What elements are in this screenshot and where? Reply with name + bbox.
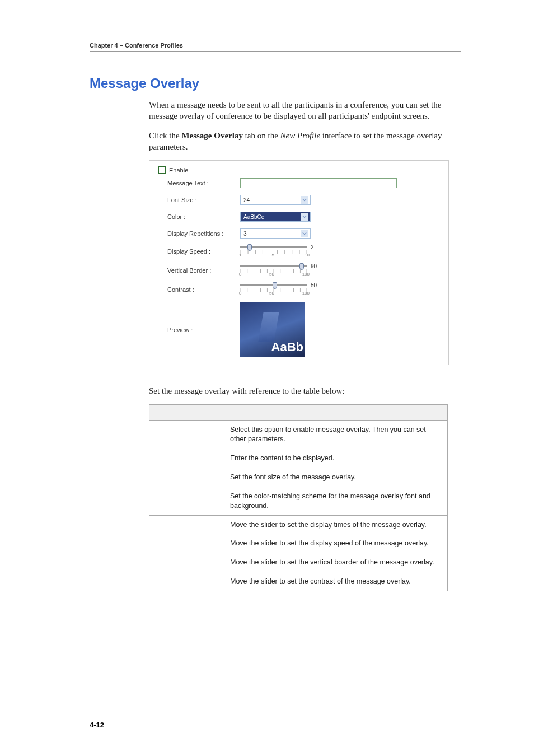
chevron-down-icon: [301, 213, 308, 221]
color-select[interactable]: AaBbCc: [240, 212, 311, 222]
preview-text: AaBb: [271, 340, 303, 354]
p2-bold: Message Overlay: [181, 131, 243, 140]
color-label: Color :: [167, 213, 240, 220]
enable-label: Enable: [169, 167, 188, 174]
table-cell: Move the slider to set the contrast of t…: [224, 572, 448, 591]
table-header-param: [149, 405, 224, 421]
table-cell: Set the font size of the message overlay…: [224, 468, 448, 487]
vertical-border-slider[interactable]: ||||||||||| 050100 90: [240, 264, 439, 277]
table-row: Move the slider to set the display speed…: [149, 534, 448, 553]
contrast-value: 50: [311, 282, 317, 288]
table-row: Move the slider to set the vertical boar…: [149, 553, 448, 572]
display-speed-value: 2: [311, 244, 314, 250]
table-row: Move the slider to set the display times…: [149, 515, 448, 534]
header-rule: [90, 51, 461, 52]
intro-paragraph-2: Click the Message Overlay tab on the New…: [149, 130, 461, 153]
table-row: Move the slider to set the contrast of t…: [149, 572, 448, 591]
message-text-label: Message Text :: [167, 180, 240, 186]
message-text-input[interactable]: [240, 178, 397, 188]
table-row: Select this option to enable message ove…: [149, 421, 448, 449]
enable-checkbox[interactable]: [158, 166, 166, 174]
parameters-table: Select this option to enable message ove…: [149, 404, 448, 591]
contrast-slider[interactable]: ||||||||||| 050100 50: [240, 283, 439, 296]
table-cell: Move the slider to set the vertical boar…: [224, 553, 448, 572]
contrast-label: Contrast :: [167, 286, 240, 293]
table-cell: Move the slider to set the display speed…: [224, 534, 448, 553]
table-header-row: [149, 405, 448, 421]
message-overlay-form: Enable Message Text : Font Size : 24 Col…: [149, 160, 449, 365]
font-size-value: 24: [243, 197, 250, 203]
display-repetitions-select[interactable]: 3: [240, 228, 311, 239]
table-cell: Set the color-matching scheme for the me…: [224, 487, 448, 515]
section-title: Message Overlay: [90, 76, 461, 91]
p2-italic: New Profile: [280, 131, 321, 140]
display-repetitions-value: 3: [243, 231, 247, 237]
table-intro: Set the message overlay with reference t…: [149, 385, 461, 396]
table-row: Enter the content to be displayed.: [149, 449, 448, 468]
display-speed-label: Display Speed :: [167, 248, 240, 255]
vertical-border-label: Vertical Border :: [167, 267, 240, 274]
intro-paragraph-1: When a message needs to be sent to all t…: [149, 99, 461, 122]
font-size-select[interactable]: 24: [240, 195, 311, 205]
table-cell: Enter the content to be displayed.: [224, 449, 448, 468]
table-cell: Select this option to enable message ove…: [224, 421, 448, 449]
font-size-label: Font Size :: [167, 197, 240, 203]
chevron-down-icon: [301, 230, 308, 237]
color-value: AaBbCc: [243, 214, 264, 220]
display-repetitions-label: Display Repetitions :: [167, 230, 240, 237]
preview-label: Preview :: [167, 326, 240, 333]
enable-row: Enable: [158, 166, 439, 174]
table-cell: Move the slider to set the display times…: [224, 515, 448, 534]
page-number: 4-12: [90, 721, 104, 729]
chevron-down-icon: [301, 196, 308, 204]
display-speed-slider[interactable]: |||||||||| 1510 2: [240, 245, 439, 258]
table-header-desc: [224, 405, 448, 421]
p2-mid: tab on the: [243, 131, 280, 140]
table-row: Set the font size of the message overlay…: [149, 468, 448, 487]
preview-image: AaBb: [240, 302, 305, 357]
chapter-header: Chapter 4 – Conference Profiles: [90, 42, 461, 49]
table-row: Set the color-matching scheme for the me…: [149, 487, 448, 515]
p2-pre: Click the: [149, 131, 181, 140]
vertical-border-value: 90: [311, 263, 317, 269]
